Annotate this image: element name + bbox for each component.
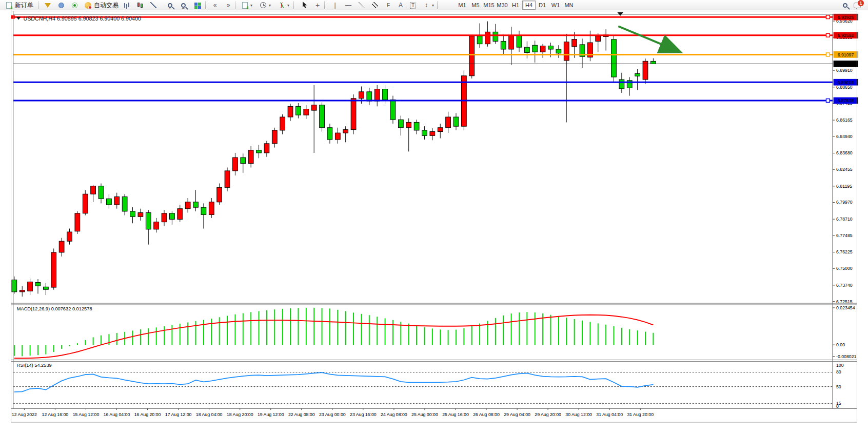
line-anchor-marker[interactable] bbox=[11, 15, 15, 19]
price-tick-label: 6.84940 bbox=[836, 134, 853, 139]
auto-scroll-icon: « bbox=[210, 1, 220, 9]
timeframe-button-mn[interactable]: MN bbox=[562, 1, 576, 10]
candle bbox=[469, 35, 475, 78]
signal-button[interactable] bbox=[68, 1, 81, 10]
time-axis-label: 25 Aug 00:00 bbox=[411, 412, 438, 417]
horizontal-line-tool[interactable]: — bbox=[342, 1, 355, 10]
search-button[interactable] bbox=[838, 1, 852, 10]
time-axis-label: 16 Aug 04:00 bbox=[104, 412, 130, 417]
tile-windows-icon bbox=[193, 1, 202, 9]
candle bbox=[75, 211, 80, 234]
line-anchor-marker[interactable] bbox=[826, 33, 830, 37]
chart-canvas[interactable]: 6.936206.923956.899106.886506.874256.861… bbox=[0, 10, 868, 433]
auto-trading-button[interactable]: 自动交易 bbox=[81, 1, 121, 10]
time-axis-label: 15 Aug 12:00 bbox=[73, 412, 100, 417]
line-chart-icon bbox=[149, 1, 158, 9]
toolbar-separator bbox=[116, 2, 117, 9]
channel-tool[interactable] bbox=[368, 1, 382, 10]
timeframe-button-m1[interactable]: M1 bbox=[456, 1, 469, 10]
horizontal-line-icon: — bbox=[344, 1, 353, 9]
chat-bubble-icon: 1 bbox=[854, 3, 861, 8]
new-chart-dropdown[interactable]: + ▾ bbox=[238, 1, 254, 10]
crosshair-tool-button[interactable]: + bbox=[311, 1, 324, 10]
arrows-tool-dropdown[interactable]: ↕ ▾ bbox=[420, 1, 436, 10]
line-chart-mode-button[interactable] bbox=[147, 1, 160, 10]
fibonacci-tool[interactable]: F bbox=[382, 1, 395, 10]
zoom-in-icon: + bbox=[165, 1, 174, 9]
notifications-button[interactable]: 1 bbox=[852, 1, 863, 10]
rsi-label: RSI(14) 54.2539 bbox=[17, 363, 52, 368]
profile-button[interactable] bbox=[54, 1, 68, 10]
time-axis-label: 19 Aug 12:00 bbox=[258, 412, 284, 417]
tile-windows-button[interactable] bbox=[191, 1, 204, 10]
time-axis-label: 25 Aug 16:00 bbox=[442, 412, 469, 417]
price-tick-label: 6.77485 bbox=[836, 233, 853, 238]
vertical-line-tool[interactable]: | bbox=[328, 1, 342, 10]
timeframe-button-d1[interactable]: D1 bbox=[536, 1, 549, 10]
candle-chart-mode-button[interactable] bbox=[133, 1, 147, 10]
price-badge-label: 6.89019 bbox=[838, 80, 854, 85]
indicators-dropdown[interactable]: ▾ bbox=[275, 1, 291, 10]
timeframe-button-w1[interactable]: W1 bbox=[549, 1, 562, 10]
fibonacci-icon: F bbox=[384, 1, 393, 9]
price-badge-label: 6.90400 bbox=[838, 62, 854, 67]
timeframe-button-h1[interactable]: H1 bbox=[509, 1, 522, 10]
line-anchor-marker[interactable] bbox=[826, 15, 830, 19]
macd-axis-label: 0.023454 bbox=[836, 305, 855, 310]
text-label-tool[interactable]: T bbox=[406, 1, 420, 10]
time-axis-label: 12 Aug 16:00 bbox=[42, 412, 69, 417]
rsi-axis-label: 50 bbox=[836, 384, 841, 389]
time-axis-label: 22 Aug 08:00 bbox=[288, 412, 315, 417]
styler-button[interactable] bbox=[41, 1, 54, 10]
new-order-label: 新订单 bbox=[15, 1, 33, 10]
toolbar-separator bbox=[235, 2, 236, 9]
auto-scroll-button[interactable]: « bbox=[208, 1, 222, 10]
time-axis-label: 12 Aug 2022 bbox=[12, 412, 37, 417]
timeframe-button-m5[interactable]: M5 bbox=[469, 1, 482, 10]
toolbar-separator bbox=[38, 2, 40, 9]
time-axis-label: 29 Aug 04:00 bbox=[504, 412, 530, 417]
candle bbox=[83, 190, 88, 215]
price-badge-label: 6.87638 bbox=[838, 98, 854, 103]
zoom-out-icon: − bbox=[179, 1, 188, 9]
time-axis-label: 31 Aug 20:00 bbox=[627, 412, 654, 417]
price-tick-label: 6.78710 bbox=[836, 216, 853, 222]
chart-background bbox=[10, 10, 858, 423]
zoom-in-button[interactable]: + bbox=[163, 1, 176, 10]
funnel-icon bbox=[43, 1, 52, 9]
auto-trading-label: 自动交易 bbox=[94, 1, 119, 10]
timeframe-button-m30[interactable]: M30 bbox=[496, 1, 509, 10]
time-axis-label: 18 Aug 04:00 bbox=[196, 412, 223, 417]
time-axis-label: 26 Aug 08:00 bbox=[473, 412, 500, 417]
bar-chart-mode-button[interactable] bbox=[120, 1, 133, 10]
candlestick-chart-icon bbox=[135, 1, 145, 9]
toolbar-separator bbox=[437, 2, 439, 9]
cursor-tool-button[interactable] bbox=[298, 1, 311, 10]
chart-shift-button[interactable]: » bbox=[222, 1, 235, 10]
trendline-tool[interactable] bbox=[355, 1, 368, 10]
chevron-down-icon: ▾ bbox=[269, 3, 271, 8]
time-axis-label: 23 Aug 16:00 bbox=[350, 412, 377, 417]
price-badge-label: 6.91097 bbox=[838, 52, 854, 57]
time-axis-label: 31 Aug 04:00 bbox=[596, 412, 623, 417]
text-tool[interactable]: A bbox=[394, 1, 407, 10]
candle bbox=[51, 248, 56, 289]
chevron-down-icon: ▾ bbox=[287, 3, 289, 8]
text-label-icon: T bbox=[408, 1, 418, 9]
price-badge-label: 6.92552 bbox=[838, 33, 854, 38]
macd-axis-label: 0.00 bbox=[836, 342, 845, 347]
time-axis-label: 30 Aug 12:00 bbox=[565, 412, 592, 417]
auto-trading-icon bbox=[83, 1, 92, 9]
line-anchor-marker[interactable] bbox=[826, 99, 830, 103]
price-tick-label: 6.81195 bbox=[836, 184, 852, 189]
trendline-icon bbox=[357, 1, 366, 9]
new-order-button[interactable]: + 新订单 bbox=[2, 1, 35, 10]
clock-icon bbox=[259, 1, 268, 9]
timeframe-button-h4[interactable]: H4 bbox=[522, 1, 536, 10]
zoom-out-button[interactable]: − bbox=[176, 1, 190, 10]
candle bbox=[320, 103, 325, 132]
period-dropdown[interactable]: ▾ bbox=[257, 1, 273, 10]
line-anchor-marker[interactable] bbox=[826, 53, 830, 56]
timeframe-button-m15[interactable]: M15 bbox=[482, 1, 496, 10]
price-tick-label: 6.75000 bbox=[836, 266, 853, 271]
